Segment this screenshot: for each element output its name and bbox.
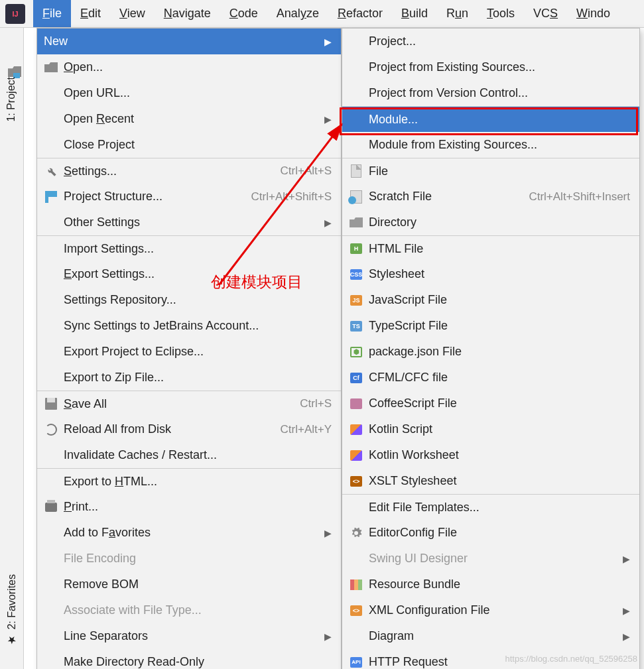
new-menu-item-package-json-file[interactable]: ⬢package.json File [342, 339, 639, 365]
menu-item-label: Diagram [369, 629, 617, 643]
file-menu-item-sync-settings-to-jetbrains-account[interactable]: Sync Settings to JetBrains Account... [37, 313, 341, 339]
new-menu-item-module-from-existing-sources[interactable]: Module from Existing Sources... [342, 132, 639, 158]
menu-item-label: Module from Existing Sources... [369, 138, 630, 152]
new-menu-item-scratch-file[interactable]: Scratch FileCtrl+Alt+Shift+Insert [342, 184, 639, 210]
menu-item-label: JavaScript File [369, 293, 630, 307]
submenu-arrow-icon: ▶ [623, 554, 630, 564]
watermark: https://blog.csdn.net/qq_52596258 [505, 654, 638, 664]
menu-tools[interactable]: Tools [478, 0, 524, 27]
gear-icon [349, 526, 363, 540]
structure-icon [44, 190, 58, 204]
file-menu-item-make-directory-read-only[interactable]: Make Directory Read-Only [37, 649, 341, 669]
new-menu-item-xslt-stylesheet[interactable]: <>XSLT Stylesheet [342, 468, 639, 494]
menu-item-label: Export to HTML... [64, 475, 332, 489]
file-menu: New▶Open...Open URL...Open Recent▶Close … [36, 28, 342, 669]
new-menu-item-javascript-file[interactable]: JSJavaScript File [342, 287, 639, 313]
menu-item-label: Scratch File [369, 190, 529, 204]
file-menu-item-open-url[interactable]: Open URL... [37, 80, 341, 106]
shortcut-label: Ctrl+Alt+S [281, 164, 332, 178]
file-menu-item-invalidate-caches-restart[interactable]: Invalidate Caches / Restart... [37, 442, 341, 468]
menu-item-label: Line Separators [64, 629, 319, 643]
sidebar-favorites-label: 2: Favorites [6, 574, 18, 630]
file-menu-item-open[interactable]: Open... [37, 54, 341, 80]
new-menu-item-kotlin-script[interactable]: Kotlin Script [342, 416, 639, 442]
file-menu-item-export-settings[interactable]: Export Settings... [37, 261, 341, 287]
new-menu-item-resource-bundle[interactable]: Resource Bundle [342, 572, 639, 597]
menu-item-label: Export to Zip File... [64, 371, 332, 385]
new-menu-item-stylesheet[interactable]: CSSStylesheet [342, 261, 639, 287]
ts-icon: TS [349, 319, 363, 334]
submenu-arrow-icon: ▶ [324, 114, 332, 125]
new-menu-item-project-from-version-control[interactable]: Project from Version Control... [342, 80, 639, 106]
file-menu-item-file-encoding: File Encoding [37, 546, 341, 572]
menu-run[interactable]: Run [437, 0, 478, 27]
file-menu-item-remove-bom[interactable]: Remove BOM [37, 572, 341, 597]
menu-build[interactable]: Build [392, 0, 437, 27]
shortcut-label: Ctrl+S [300, 397, 332, 410]
menu-windo[interactable]: Windo [567, 0, 619, 27]
menu-item-label: package.json File [369, 345, 630, 359]
menu-item-label: Open... [64, 60, 332, 74]
new-submenu: Project...Project from Existing Sources.… [342, 28, 640, 669]
file-menu-item-close-project[interactable]: Close Project [37, 132, 341, 158]
bundle-icon [349, 578, 363, 592]
submenu-arrow-icon: ▶ [623, 631, 630, 642]
new-menu-item-kotlin-worksheet[interactable]: Kotlin Worksheet [342, 442, 639, 468]
file-menu-item-settings-repository[interactable]: Settings Repository... [37, 287, 341, 313]
new-menu-item-file[interactable]: File [342, 158, 639, 184]
new-menu-item-project-from-existing-sources[interactable]: Project from Existing Sources... [342, 54, 639, 80]
new-menu-item-xml-configuration-file[interactable]: <>XML Configuration File▶ [342, 597, 639, 623]
shortcut-label: Ctrl+Alt+Shift+S [251, 190, 332, 204]
file-menu-item-export-to-html[interactable]: Export to HTML... [37, 468, 341, 494]
submenu-arrow-icon: ▶ [324, 36, 332, 47]
file-menu-item-open-recent[interactable]: Open Recent▶ [37, 106, 341, 132]
menu-analyze[interactable]: Analyze [267, 0, 328, 27]
sidebar-tab-project[interactable]: 1: Project [0, 68, 23, 131]
file-menu-item-print[interactable]: Print... [37, 494, 341, 520]
new-menu-item-typescript-file[interactable]: TSTypeScript File [342, 313, 639, 339]
js-icon: JS [349, 293, 363, 308]
file-menu-item-export-to-zip-file[interactable]: Export to Zip File... [37, 365, 341, 391]
new-menu-item-project[interactable]: Project... [342, 29, 639, 54]
print-icon [44, 500, 58, 515]
menu-edit[interactable]: Edit [71, 0, 110, 27]
menu-item-label: Edit File Templates... [369, 501, 630, 515]
menu-item-label: EditorConfig File [369, 526, 630, 540]
file-menu-item-save-all[interactable]: Save AllCtrl+S [37, 391, 341, 416]
api-icon: API [349, 655, 363, 670]
sidebar-tab-favorites[interactable]: ★ 2: Favorites [0, 565, 23, 656]
shortcut-label: Ctrl+Alt+Shift+Insert [529, 190, 630, 204]
menu-navigate[interactable]: Navigate [155, 0, 220, 27]
file-menu-item-project-structure[interactable]: Project Structure...Ctrl+Alt+Shift+S [37, 184, 341, 210]
new-menu-item-edit-file-templates[interactable]: Edit File Templates... [342, 494, 639, 520]
new-menu-item-coffeescript-file[interactable]: CoffeeScript File [342, 391, 639, 416]
menu-item-label: XML Configuration File [369, 603, 617, 617]
menu-code[interactable]: Code [220, 0, 267, 27]
menu-view[interactable]: View [110, 0, 155, 27]
menu-item-label: Settings... [64, 164, 281, 178]
css-icon: CSS [349, 267, 363, 282]
cf-icon: Cf [349, 371, 363, 385]
file-menu-item-line-separators[interactable]: Line Separators▶ [37, 623, 341, 649]
file-menu-item-add-to-favorites[interactable]: Add to Favorites▶ [37, 520, 341, 546]
new-menu-item-directory[interactable]: Directory [342, 210, 639, 235]
menu-vcs[interactable]: VCS [524, 0, 567, 27]
kotlin-icon [349, 448, 363, 463]
file-menu-item-import-settings[interactable]: Import Settings... [37, 235, 341, 261]
file-menu-item-reload-all-from-disk[interactable]: Reload All from DiskCtrl+Alt+Y [37, 416, 341, 442]
menu-file[interactable]: File [33, 0, 71, 27]
new-menu-item-editorconfig-file[interactable]: EditorConfig File [342, 520, 639, 546]
menu-refactor[interactable]: Refactor [328, 0, 392, 27]
file-menu-item-associate-with-file-type: Associate with File Type... [37, 597, 341, 623]
new-menu-item-cfml-cfc-file[interactable]: CfCFML/CFC file [342, 365, 639, 391]
file-menu-item-settings[interactable]: Settings...Ctrl+Alt+S [37, 158, 341, 184]
file-menu-item-export-project-to-eclipse[interactable]: Export Project to Eclipse... [37, 339, 341, 365]
file-menu-item-other-settings[interactable]: Other Settings▶ [37, 210, 341, 235]
menu-item-label: Project from Existing Sources... [369, 60, 630, 74]
new-menu-item-html-file[interactable]: HHTML File [342, 235, 639, 261]
new-menu-item-module[interactable]: Module... [342, 106, 639, 132]
file-menu-item-new[interactable]: New▶ [37, 29, 341, 54]
new-menu-item-diagram[interactable]: Diagram▶ [342, 623, 639, 649]
menu-item-label: Invalidate Caches / Restart... [64, 448, 332, 462]
menu-item-label: New [44, 34, 319, 48]
